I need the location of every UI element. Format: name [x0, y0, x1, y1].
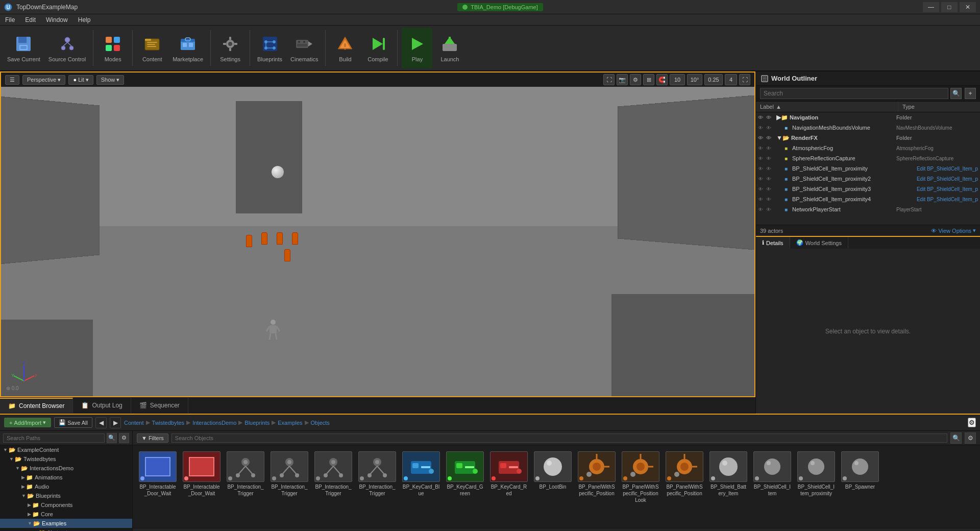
- outliner-add-button[interactable]: +: [965, 88, 976, 99]
- tree-item-audio[interactable]: ▶ 📁 Audio: [0, 482, 132, 491]
- shield2-edit[interactable]: Edit BP_ShieldCell_Item_p: [917, 176, 978, 182]
- asset-bp-keycard-green[interactable]: BP_KeyCard_Green: [444, 449, 486, 505]
- tab-content-browser[interactable]: 📁 Content Browser: [0, 398, 73, 413]
- tab-output-log[interactable]: 📋 Output Log: [73, 398, 131, 413]
- outliner-search-button[interactable]: 🔍: [950, 88, 962, 99]
- asset-bp-interaction-trigger-4[interactable]: BP_Interaction_Trigger: [356, 449, 398, 505]
- show-button[interactable]: Show ▾: [96, 75, 125, 85]
- tree-item-blueprints[interactable]: ▼ 📂 Blueprints: [0, 491, 132, 500]
- eye-icon-rfx2[interactable]: 👁: [766, 135, 773, 141]
- menu-file[interactable]: File: [0, 14, 20, 25]
- play-button[interactable]: Play: [402, 28, 432, 68]
- tree-item-components[interactable]: ▶ 📁 Components: [0, 500, 132, 510]
- tree-item-examples[interactable]: ▼ 📂 Examples: [0, 519, 132, 528]
- crumb-interactionsdemo[interactable]: InteractionsDemo: [192, 420, 236, 426]
- outline-item-shield3[interactable]: 👁 👁 ■ BP_ShieldCell_Item_proximity3 Edit…: [756, 184, 980, 194]
- tree-item-twistedbytes[interactable]: ▼ 📂 Twistedbytes: [0, 454, 132, 464]
- crumb-blueprints[interactable]: Blueprints: [244, 420, 270, 426]
- asset-bp-interactable-door-wait-red[interactable]: BP_Interactable_Door_Wait: [181, 449, 223, 505]
- marketplace-button[interactable]: Marketplace: [169, 28, 206, 68]
- eye-icon-rfx[interactable]: 👁: [758, 135, 765, 141]
- viewport[interactable]: ☰ Perspective ▾ ● Lit ▾ Show ▾ ⛶ 📷 ⚙ ⊞ 🧲…: [0, 71, 755, 397]
- build-button[interactable]: Build: [330, 28, 360, 68]
- shield1-edit[interactable]: Edit BP_ShieldCell_Item_p: [917, 166, 978, 172]
- tab-details[interactable]: ℹ Details: [756, 237, 790, 249]
- outline-item-navigation[interactable]: 👁 👁 ▶ 📁 Navigation Folder: [756, 112, 980, 123]
- asset-bp-interaction-trigger-2[interactable]: BP_Interaction_Trigger: [268, 449, 310, 505]
- tab-sequencer[interactable]: 🎬 Sequencer: [131, 398, 188, 413]
- shield4-edit[interactable]: Edit BP_ShieldCell_Item_p: [917, 197, 978, 202]
- tree-item-examplecontent[interactable]: ▼ 📂 ExampleContent: [0, 445, 132, 454]
- eye-icon-navmesh[interactable]: 👁: [758, 125, 765, 131]
- asset-bp-spawner[interactable]: BP_Spawner: [839, 449, 881, 505]
- cb-back-button[interactable]: ◀: [95, 417, 107, 428]
- outline-item-netplayerstart[interactable]: 👁 👁 ■ NetworkPlayerStart PlayerStart: [756, 204, 980, 214]
- cb-path-settings-button[interactable]: ⚙: [968, 418, 976, 427]
- menu-edit[interactable]: Edit: [20, 14, 41, 25]
- launch-button[interactable]: Launch: [434, 28, 465, 68]
- maximize-button[interactable]: □: [941, 2, 958, 12]
- menu-window[interactable]: Window: [41, 14, 73, 25]
- cinematics-button[interactable]: Cinematics: [287, 28, 321, 68]
- outline-item-shield4[interactable]: 👁 👁 ■ BP_ShieldCell_Item_proximity4 Edit…: [756, 194, 980, 204]
- cb-content-settings-button[interactable]: ⚙: [965, 432, 976, 444]
- outline-item-shield1[interactable]: 👁 👁 ■ BP_ShieldCell_Item_proximity Edit …: [756, 163, 980, 174]
- perspective-button[interactable]: Perspective ▾: [22, 75, 65, 85]
- snap-toggle-button[interactable]: 🧲: [656, 74, 668, 85]
- cb-forward-button[interactable]: ▶: [110, 417, 121, 428]
- crumb-twistedbytes[interactable]: Twistedbytes: [152, 420, 185, 426]
- eye-icon-nav[interactable]: 👁: [758, 115, 765, 120]
- asset-bp-interaction-trigger-3[interactable]: BP_Interaction_Trigger: [312, 449, 354, 505]
- crumb-examples[interactable]: Examples: [278, 420, 302, 426]
- settings-button[interactable]: Settings: [215, 28, 246, 68]
- asset-bp-interactable-door-wait-blue[interactable]: BP_Interactable_Door_Wait: [137, 449, 179, 505]
- cb-search-paths-input[interactable]: [3, 433, 105, 443]
- outliner-search-input[interactable]: [760, 88, 948, 99]
- eye-icon-nav2[interactable]: 👁: [766, 115, 773, 120]
- filters-button[interactable]: ▼ Filters: [137, 433, 168, 443]
- rfx-expand[interactable]: ▼: [776, 134, 782, 141]
- outline-item-navmesh[interactable]: 👁 👁 ■ NavigationMeshBoundsVolume NavMesh…: [756, 123, 980, 133]
- tree-item-abstract[interactable]: ▶ 📁 Abstract: [0, 528, 132, 531]
- outline-item-renderfx[interactable]: 👁 👁 ▼ 📂 RenderFX Folder: [756, 133, 980, 143]
- asset-bp-shield-battery-item[interactable]: BP_Shield_Battery_Item: [707, 449, 749, 505]
- tree-item-core[interactable]: ▶ 📁 Core: [0, 510, 132, 519]
- menu-help[interactable]: Help: [73, 14, 96, 25]
- outline-item-atmfog[interactable]: 👁 👁 ■ AtmosphericFog AtmosphericFog: [756, 143, 980, 153]
- tab-world-settings[interactable]: 🌍 World Settings: [790, 237, 848, 249]
- asset-bp-panel-positionlook[interactable]: BP_PanelWithSpecific_PositionLook: [620, 449, 662, 505]
- asset-bp-shieldcell-proximity[interactable]: BP_ShieldCell_Item_proximity: [795, 449, 837, 505]
- asset-bp-keycard-blue[interactable]: BP_KeyCard_Blue: [400, 449, 442, 505]
- cb-search-objects-input[interactable]: [172, 433, 947, 443]
- col-label[interactable]: Label ▲: [756, 102, 898, 112]
- content-button[interactable]: Content: [137, 28, 167, 68]
- close-button[interactable]: ✕: [960, 2, 976, 12]
- camera-settings-button[interactable]: 📷: [617, 74, 628, 85]
- crumb-content[interactable]: Content: [124, 420, 144, 426]
- outline-item-sphere-cap[interactable]: 👁 👁 ■ SphereReflectionCapture SphereRefl…: [756, 153, 980, 163]
- asset-bp-panel-position-3[interactable]: BP_PanelWithSpecific_Position: [664, 449, 705, 505]
- blueprints-button[interactable]: Blueprints: [254, 28, 285, 68]
- maximize-viewport-button[interactable]: ⛶: [603, 74, 615, 85]
- asset-bp-panel-position-1[interactable]: BP_PanelWithSpecific_Position: [576, 449, 618, 505]
- asset-bp-keycard-red[interactable]: BP_KeyCard_Red: [488, 449, 530, 505]
- outline-item-shield2[interactable]: 👁 👁 ■ BP_ShieldCell_Item_proximity2 Edit…: [756, 174, 980, 184]
- cb-sidebar-settings-button[interactable]: ⚙: [119, 433, 129, 443]
- tree-item-animations[interactable]: ▶ 📁 Animations: [0, 473, 132, 482]
- cb-search-paths-button[interactable]: 🔍: [107, 433, 117, 443]
- lit-button[interactable]: ● Lit ▾: [68, 75, 93, 85]
- eye-icon-navmesh2[interactable]: 👁: [766, 125, 773, 131]
- asset-bp-interaction-trigger-1[interactable]: BP_Interaction_Trigger: [225, 449, 266, 505]
- nav-expand[interactable]: ▶: [776, 114, 781, 121]
- view-options-button[interactable]: 👁 View Options ▾: [931, 227, 976, 234]
- compile-button[interactable]: Compile: [362, 28, 393, 68]
- grid-toggle-button[interactable]: ⊞: [643, 74, 654, 85]
- minimize-button[interactable]: —: [923, 2, 939, 12]
- viewport-menu-button[interactable]: ☰: [5, 75, 19, 85]
- source-control-button[interactable]: Source Control: [45, 28, 89, 68]
- add-import-button[interactable]: + Add/Import ▾: [4, 418, 51, 427]
- asset-bp-lootbin[interactable]: BP_LootBin: [532, 449, 574, 505]
- cb-search-objects-button[interactable]: 🔍: [950, 432, 962, 444]
- viewport-settings-button[interactable]: ⚙: [630, 74, 641, 85]
- shield3-edit[interactable]: Edit BP_ShieldCell_Item_p: [917, 186, 978, 192]
